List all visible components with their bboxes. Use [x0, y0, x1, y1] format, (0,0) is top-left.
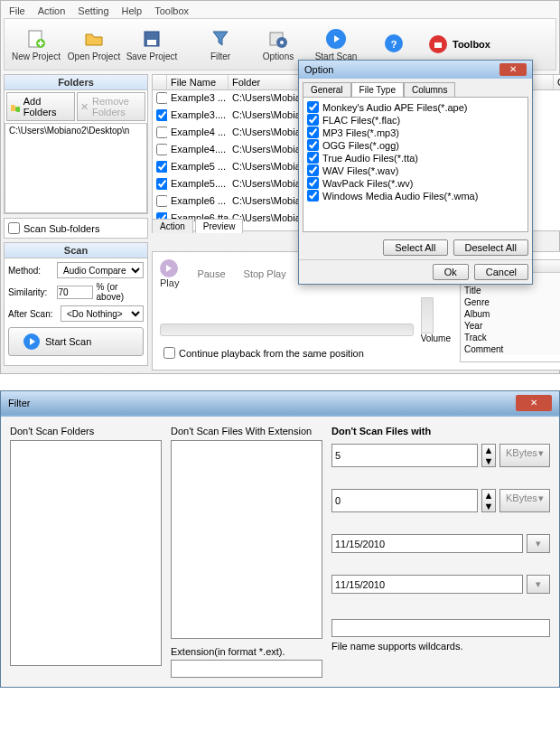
extension-label: Extension(in format *.ext). [171, 646, 322, 657]
dont-scan-folders-label: Don't Scan Folders [10, 426, 162, 436]
pause-button[interactable]: Pause [197, 268, 225, 279]
file-type-checkbox[interactable]: OGG Files(*.ogg) [307, 139, 524, 151]
new-project-button[interactable]: New Project [8, 23, 64, 66]
tab-preview[interactable]: Preview [195, 219, 244, 233]
dont-scan-files-label: Don't Scan Files with [331, 426, 550, 436]
continue-playback-checkbox[interactable]: Continue playback from the same position [160, 343, 451, 362]
add-folders-button[interactable]: Add Folders [6, 92, 75, 121]
dont-scan-ext-list[interactable] [171, 440, 322, 639]
close-icon[interactable]: ✕ [499, 63, 527, 76]
dont-scan-ext-label: Don't Scan Files With Extension [171, 426, 322, 436]
folders-panel: Folders Add Folders ✕Remove Folders C:\U… [4, 74, 148, 214]
file-type-checkbox[interactable]: FLAC Files(*.flac) [307, 114, 524, 126]
menu-help[interactable]: Help [122, 5, 143, 16]
deselect-all-button[interactable]: Deselect All [453, 239, 528, 256]
extension-input[interactable] [171, 660, 322, 678]
tab-file-type[interactable]: File Type [351, 82, 404, 97]
tab-action[interactable]: Action [152, 219, 193, 233]
min-size-spinner[interactable]: ▲▼ [481, 444, 496, 467]
filter-window: Filter✕ Don't Scan Folders Don't Scan Fi… [0, 390, 560, 688]
ok-button[interactable]: Ok [433, 264, 469, 280]
menu-action[interactable]: Action [38, 5, 66, 16]
tab-columns[interactable]: Columns [404, 82, 455, 97]
filter-title: Filter [8, 398, 30, 408]
date-from-picker[interactable]: ▾ [527, 534, 550, 553]
similarity-suffix: % (or above) [97, 282, 144, 302]
scan-panel: Scan Method:Audio Compare Similarity:% (… [4, 242, 148, 366]
file-type-checkbox[interactable]: MP3 Files(*.mp3) [307, 127, 524, 138]
similarity-input[interactable] [57, 286, 93, 299]
folders-header: Folders [5, 75, 147, 90]
max-size-input[interactable] [331, 489, 478, 512]
tag-row: Year [461, 320, 560, 332]
menu-bar: File Action Setting Help Toolbox [4, 4, 556, 18]
after-scan-label: After Scan: [8, 309, 57, 319]
position-slider[interactable] [160, 324, 414, 336]
stop-button[interactable]: Stop Play [244, 268, 286, 279]
folder-list[interactable]: C:\Users\Mobiano2\Desktop\n [5, 123, 147, 213]
wildcard-input[interactable] [331, 619, 550, 637]
file-type-checkbox[interactable]: WAV Files(*.wav) [307, 164, 524, 176]
method-select[interactable]: Audio Compare [57, 262, 144, 278]
method-label: Method: [8, 266, 53, 276]
scan-header: Scan [5, 243, 147, 258]
svg-text:?: ? [391, 39, 397, 50]
menu-setting[interactable]: Setting [78, 5, 108, 16]
max-size-unit[interactable]: KBytes▾ [499, 489, 550, 512]
close-icon[interactable]: ✕ [516, 395, 552, 411]
tag-row: Genre [461, 296, 560, 308]
tag-row: Album [461, 308, 560, 320]
col-folder[interactable]: Folder [229, 75, 303, 89]
date-from-input[interactable] [331, 534, 523, 553]
similarity-label: Similarity: [8, 287, 53, 297]
min-size-unit[interactable]: KBytes▾ [499, 444, 550, 467]
open-project-button[interactable]: Open Project [66, 23, 122, 66]
file-type-checkbox[interactable]: WavPack Files(*.wv) [307, 177, 524, 189]
play-button[interactable] [160, 259, 178, 277]
date-to-picker[interactable]: ▾ [527, 575, 550, 594]
file-types-list: Monkey's Audio APE Files(*.ape) FLAC Fil… [303, 97, 528, 232]
volume-slider[interactable] [421, 297, 434, 333]
select-all-button[interactable]: Select All [383, 239, 447, 256]
tag-row: Track [461, 332, 560, 343]
after-scan-select[interactable]: <Do Nothing> [61, 305, 144, 322]
col-filename[interactable]: File Name [167, 75, 229, 89]
scan-subfolders-checkbox[interactable]: Scan Sub-folders [4, 218, 148, 239]
max-size-spinner[interactable]: ▲▼ [481, 489, 496, 512]
option-dialog: Option✕ General File Type Columns Monkey… [298, 60, 533, 285]
file-type-checkbox[interactable]: True Audio Files(*.tta) [307, 152, 524, 164]
svg-rect-3 [147, 40, 156, 45]
option-title: Option [304, 64, 333, 75]
min-size-input[interactable] [331, 444, 478, 467]
wildcard-hint: File name supports wildcards. [331, 641, 550, 652]
dont-scan-folders-list[interactable] [10, 440, 162, 666]
col-group[interactable]: Group [554, 75, 560, 89]
menu-toolbox[interactable]: Toolbox [154, 5, 189, 16]
cancel-button[interactable]: Cancel [474, 264, 528, 280]
col-check[interactable] [153, 75, 167, 89]
menu-file[interactable]: File [9, 5, 25, 16]
tab-general[interactable]: General [303, 82, 351, 97]
file-type-checkbox[interactable]: Windows Media Audio Files(*.wma) [307, 190, 524, 202]
tag-row: Title [461, 285, 560, 296]
filter-button[interactable]: Filter [192, 23, 248, 66]
start-scan-big-button[interactable]: Start Scan [8, 327, 144, 356]
svg-rect-9 [434, 42, 442, 48]
date-to-input[interactable] [331, 575, 523, 594]
save-project-button[interactable]: Save Project [124, 23, 180, 66]
remove-folders-button[interactable]: ✕Remove Folders [77, 92, 145, 121]
svg-point-6 [280, 41, 284, 44]
file-type-checkbox[interactable]: Monkey's Audio APE Files(*.ape) [307, 101, 524, 113]
tag-row: Comment [461, 343, 560, 355]
